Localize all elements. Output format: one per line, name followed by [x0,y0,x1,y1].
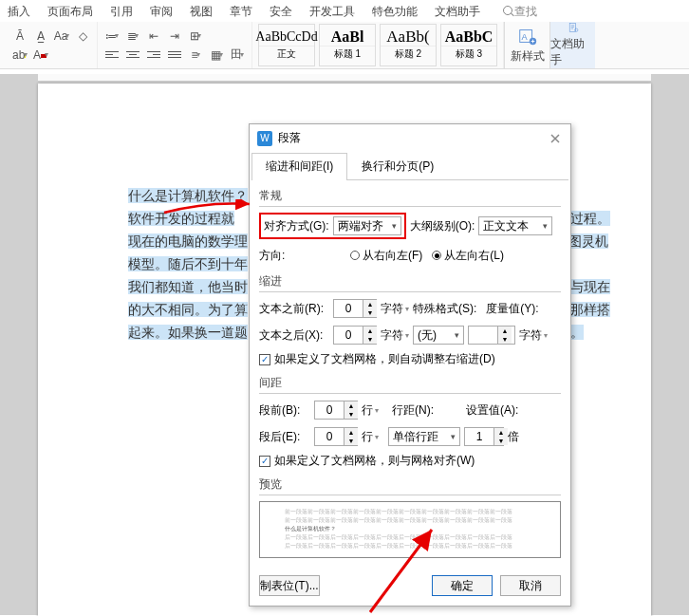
spin-down-icon[interactable]: ▼ [498,335,512,344]
tab-devtools[interactable]: 开发工具 [309,4,355,20]
spin-up-icon[interactable]: ▲ [494,428,508,437]
space-after-label: 段后(E): [259,429,310,445]
spin-down-icon[interactable]: ▼ [363,335,377,344]
special-format-label: 特殊格式(S): [413,301,476,317]
tab-view[interactable]: 视图 [190,4,213,20]
align-left-icon[interactable] [103,47,121,64]
svg-point-4 [574,28,577,31]
style-h3-preview: AaBbC [445,28,493,46]
unit-line-label2: 行 [362,429,373,445]
font-color-icon[interactable]: A▾ [32,47,49,64]
line-spacing-value: 单倍行距 [393,429,438,445]
alignment-combo[interactable]: 两端对齐▾ [333,216,401,235]
align-center-icon[interactable] [124,47,141,64]
outline-combo[interactable]: 正文文本▾ [478,216,552,235]
annotation-arrow-diagonal [361,522,446,616]
auto-indent-checkbox[interactable]: ✓如果定义了文档网格，则自动调整右缩进(D) [259,351,561,367]
snap-grid-checkbox[interactable]: ✓如果定义了文档网格，则与网格对齐(W) [259,453,561,469]
style-heading1[interactable]: AaBl标题 1 [319,24,376,66]
search-label: 查找 [514,5,537,18]
spin-up-icon[interactable]: ▲ [344,401,358,410]
spin-down-icon[interactable]: ▼ [494,437,508,445]
direction-label: 方向: [259,248,301,264]
style-heading3[interactable]: AaBbC标题 3 [440,24,497,66]
svg-text:A: A [521,32,528,42]
font-size-inc-icon[interactable]: A̲ [32,28,49,45]
tab-indent-spacing[interactable]: 缩进和间距(I) [251,153,347,180]
direction-ltr-label: 从左向右(L) [444,248,504,264]
spin-down-icon[interactable]: ▼ [344,437,358,445]
doc-line4a: 模型。随后不到十年 [128,256,248,271]
tab-dochelper[interactable]: 文档助手 [435,4,480,20]
search-icon [503,6,512,15]
direction-ltr-radio[interactable]: 从左向右(L) [432,248,504,264]
tabstops-button[interactable]: 制表位(T)... [259,575,320,596]
space-before-spinner[interactable]: ▲▼ [314,401,358,420]
tab-features[interactable]: 特色功能 [372,4,418,20]
spin-up-icon[interactable]: ▲ [344,428,358,437]
inc-indent-icon[interactable]: ⇥ [166,28,183,45]
tab-review[interactable]: 审阅 [150,4,173,20]
tab-pagelayout[interactable]: 页面布局 [47,4,93,20]
setvalue-input[interactable] [465,428,493,445]
horizontal-ruler[interactable] [38,74,651,82]
special-format-combo[interactable]: (无)▾ [413,326,464,345]
tab-section[interactable]: 章节 [230,4,252,20]
indent-after-label: 文本之后(X): [259,327,329,344]
align-justify-icon[interactable] [166,47,183,64]
bullets-icon[interactable]: ≔▾ [103,28,121,45]
close-button[interactable] [548,131,563,146]
close-icon [549,133,561,144]
tab-references[interactable]: 引用 [110,4,133,20]
direction-rtl-label: 从右向左(F) [363,248,422,264]
space-after-input[interactable] [315,428,344,445]
line-spacing-icon[interactable]: ≡▾ [187,47,204,64]
cancel-button[interactable]: 取消 [500,575,561,596]
align-right-icon[interactable] [145,47,162,64]
tab-security[interactable]: 安全 [270,4,292,20]
space-before-input[interactable] [315,401,344,419]
indent-before-spinner[interactable]: ▲▼ [333,299,377,318]
setvalue-spinner[interactable]: ▲▼ [464,427,504,446]
spin-down-icon[interactable]: ▼ [363,308,377,317]
spin-up-icon[interactable]: ▲ [498,327,512,335]
indent-after-input[interactable] [334,327,363,344]
shading-icon[interactable]: ▦▾ [208,47,225,64]
measure-spinner[interactable]: ▲▼ [468,326,515,345]
direction-rtl-radio[interactable]: 从右向左(F) [350,248,422,264]
alignment-label: 对齐方式(G): [264,218,329,234]
indent-after-spinner[interactable]: ▲▼ [333,326,377,345]
numbering-icon[interactable]: ≣▾ [124,28,141,45]
borders-icon[interactable]: 田▾ [229,47,246,64]
unit-char-label2: 字符 [381,327,403,344]
outline-label: 大纲级别(O): [410,218,475,234]
spin-up-icon[interactable]: ▲ [363,327,377,335]
tab-insert[interactable]: 插入 [8,4,30,20]
highlight-icon[interactable]: ab▾ [11,47,28,64]
indent-before-input[interactable] [334,300,363,317]
doc-helper-button[interactable]: 文档助手 [549,22,595,68]
style-h1-preview: AaBl [331,28,364,46]
space-after-spinner[interactable]: ▲▼ [314,427,358,446]
style-heading2[interactable]: AaBb(标题 2 [380,24,437,66]
style-body[interactable]: AaBbCcDd正文 [258,24,315,66]
measure-label: 度量值(Y): [486,301,538,317]
special-format-value: (无) [418,327,437,344]
search-command[interactable]: 查找 [503,4,537,20]
line-spacing-label: 行距(N): [392,402,434,419]
new-style-button[interactable]: A 新样式 [504,22,549,68]
style-body-preview: AaBbCcDd [255,28,317,46]
tab-line-page-breaks[interactable]: 换行和分页(P) [347,153,448,180]
measure-input[interactable] [469,327,497,344]
spin-down-icon[interactable]: ▼ [344,410,358,419]
legend-spacing: 间距 [259,375,561,394]
tab-toggle-icon[interactable]: ⊞▾ [187,28,204,45]
line-spacing-combo[interactable]: 单倍行距▾ [388,427,460,446]
style-h2-label: 标题 2 [381,46,436,62]
font-size-dec-icon[interactable]: Ā [11,28,28,45]
dec-indent-icon[interactable]: ⇤ [145,28,162,45]
unit-char-label3: 字符 [519,327,542,344]
change-case-icon[interactable]: Aa▾ [53,28,70,45]
spin-up-icon[interactable]: ▲ [363,300,377,308]
clear-format-icon[interactable]: ◇ [74,28,91,45]
